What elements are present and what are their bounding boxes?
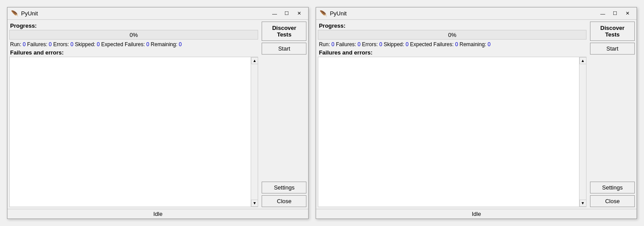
skipped-label-2: Skipped: xyxy=(384,41,406,47)
run-value-2: 0 xyxy=(331,41,335,47)
progress-label-1: Progress: xyxy=(9,22,258,30)
side-panel-1: Discover Tests Start Settings Close xyxy=(260,20,308,209)
remaining-value-2: 0 xyxy=(488,41,491,47)
window-title-2: PyUnit xyxy=(330,10,597,17)
scrollbar-v-1: ▲ ▼ xyxy=(251,57,258,207)
errors-value-2: 0 xyxy=(379,41,382,47)
start-button-2[interactable]: Start xyxy=(590,43,635,55)
close-button-1[interactable]: Close xyxy=(262,195,306,207)
side-spacer-2 xyxy=(590,56,635,180)
statusbar-2: Idle xyxy=(316,209,637,219)
failures-stat-label-1: Failures: xyxy=(27,41,49,47)
scroll-up-2[interactable]: ▲ xyxy=(579,57,586,64)
scroll-down-2[interactable]: ▼ xyxy=(579,200,586,207)
maximize-button-1[interactable]: ☐ xyxy=(281,9,292,18)
failures-box-1: ▲ ▼ xyxy=(9,57,258,207)
window-title-1: PyUnit xyxy=(21,10,269,17)
scroll-up-1[interactable]: ▲ xyxy=(251,57,258,64)
scroll-down-1[interactable]: ▼ xyxy=(251,200,258,207)
settings-button-1[interactable]: Settings xyxy=(262,182,306,193)
expected-label-2: Expected Failures: xyxy=(410,41,455,47)
expected-label-1: Expected Failures: xyxy=(101,41,147,47)
discover-tests-button-1[interactable]: Discover Tests xyxy=(262,22,306,41)
run-label-1: Run: xyxy=(10,41,21,47)
stats-row-1: Run: 0 Failures: 0 Errors: 0 Skipped: 0 … xyxy=(9,40,258,48)
titlebar-2: 🪶 PyUnit — ☐ ✕ xyxy=(316,7,637,20)
scrollbar-v-2: ▲ ▼ xyxy=(579,57,586,207)
window-content-1: Progress: 0% Run: 0 Failures: 0 Errors: … xyxy=(7,20,308,209)
failures-errors-label-2: Failures and errors: xyxy=(318,48,586,57)
app-icon-1: 🪶 xyxy=(11,10,18,17)
app-icon-2: 🪶 xyxy=(320,10,327,17)
run-value-1: 0 xyxy=(23,41,26,47)
discover-tests-button-2[interactable]: Discover Tests xyxy=(590,22,635,41)
side-spacer-1 xyxy=(262,56,306,180)
run-label-2: Run: xyxy=(319,41,330,47)
titlebar-1: 🪶 PyUnit — ☐ ✕ xyxy=(7,7,308,20)
stats-row-2: Run: 0 Failures: 0 Errors: 0 Skipped: 0 … xyxy=(318,40,586,48)
start-button-1[interactable]: Start xyxy=(262,43,306,55)
remaining-value-1: 0 xyxy=(179,41,182,47)
skipped-label-1: Skipped: xyxy=(75,41,97,47)
errors-label-2: Errors: xyxy=(362,41,379,47)
progress-percent-2: 0% xyxy=(448,32,457,38)
progress-section-2: Progress: 0% xyxy=(318,22,586,40)
progress-section-1: Progress: 0% xyxy=(9,22,258,40)
progress-bar-2: 0% xyxy=(318,30,586,40)
progress-bar-1: 0% xyxy=(9,30,258,40)
minimize-button-2[interactable]: — xyxy=(597,9,608,18)
scroll-track-1 xyxy=(251,64,258,200)
minimize-button-1[interactable]: — xyxy=(269,9,280,18)
progress-label-2: Progress: xyxy=(318,22,586,30)
expected-value-2: 0 xyxy=(455,41,458,47)
side-panel-2: Discover Tests Start Settings Close xyxy=(588,20,637,209)
expected-value-1: 0 xyxy=(146,41,149,47)
skipped-value-2: 0 xyxy=(406,41,409,47)
remaining-label-2: Remaining: xyxy=(460,41,488,47)
window-1: 🪶 PyUnit — ☐ ✕ Progress: 0% Run: 0 Fail xyxy=(7,7,309,219)
failures-errors-label-1: Failures and errors: xyxy=(9,48,258,57)
failures-value-1: 0 xyxy=(49,41,52,47)
failures-box-2: ▲ ▼ xyxy=(318,57,586,207)
close-button-2[interactable]: Close xyxy=(590,195,635,207)
window-controls-1: — ☐ ✕ xyxy=(269,9,305,18)
main-panel-1: Progress: 0% Run: 0 Failures: 0 Errors: … xyxy=(7,20,260,209)
window-controls-2: — ☐ ✕ xyxy=(597,9,633,18)
skipped-value-1: 0 xyxy=(97,41,100,47)
statusbar-text-2: Idle xyxy=(472,211,481,217)
window-2: 🪶 PyUnit — ☐ ✕ Progress: 0% Run: 0 Fail xyxy=(316,7,637,219)
main-panel-2: Progress: 0% Run: 0 Failures: 0 Errors: … xyxy=(316,20,588,209)
errors-value-1: 0 xyxy=(70,41,73,47)
errors-label-1: Errors: xyxy=(53,41,70,47)
failures-value-2: 0 xyxy=(358,41,361,47)
statusbar-1: Idle xyxy=(7,209,308,219)
maximize-button-2[interactable]: ☐ xyxy=(609,9,621,18)
statusbar-text-1: Idle xyxy=(153,211,162,217)
scroll-track-2 xyxy=(579,64,586,200)
close-window-button-2[interactable]: ✕ xyxy=(622,9,633,18)
settings-button-2[interactable]: Settings xyxy=(590,182,635,193)
progress-percent-1: 0% xyxy=(130,32,138,38)
close-window-button-1[interactable]: ✕ xyxy=(293,9,305,18)
remaining-label-1: Remaining: xyxy=(151,41,179,47)
failures-stat-label-2: Failures: xyxy=(336,41,357,47)
window-content-2: Progress: 0% Run: 0 Failures: 0 Errors: … xyxy=(316,20,637,209)
